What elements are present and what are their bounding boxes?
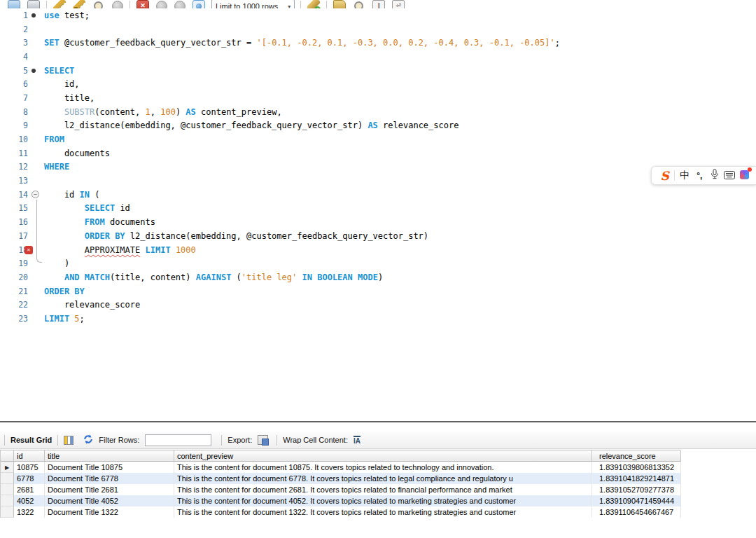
table-cell[interactable]: 4052 [14, 495, 45, 506]
table-cell[interactable]: This is the content for document 6778. I… [174, 473, 592, 484]
column-header-content_preview[interactable]: content_preview [174, 450, 592, 462]
explain-plan-icon[interactable] [92, 0, 105, 8]
table-cell[interactable]: Document Title 4052 [45, 495, 174, 506]
table-cell[interactable]: Document Title 6778 [45, 473, 174, 484]
code-line[interactable]: 6 id, [0, 77, 756, 91]
refresh-icon[interactable] [83, 434, 93, 446]
gutter-marker-area [28, 312, 44, 326]
code-text: use test; [44, 11, 90, 20]
line-number: 3 [0, 38, 28, 48]
line-number: 2 [0, 25, 28, 34]
invisible-chars-icon[interactable]: ∥ [372, 0, 385, 8]
filter-rows-input[interactable] [145, 434, 211, 446]
gutter-marker-area [28, 91, 44, 105]
find-icon[interactable] [353, 0, 365, 8]
voice-input-icon[interactable] [707, 169, 722, 182]
code-line[interactable]: 2 [0, 22, 756, 36]
table-cell[interactable]: 1.8391052709277378 [592, 484, 681, 495]
code-line[interactable]: 4 [0, 50, 756, 64]
code-line[interactable]: 16 FROM documents [0, 215, 756, 229]
table-cell[interactable]: 1.8391039806813352 [592, 462, 681, 473]
table-cell[interactable]: 1.8391106454667467 [592, 506, 681, 518]
code-line[interactable]: 10FROM [0, 132, 756, 146]
table-cell[interactable]: 1.8391090471459444 [592, 495, 681, 506]
sql-editor[interactable]: 1use test;23SET @customer_feedback_query… [0, 8, 756, 415]
soft-keyboard-icon[interactable] [722, 170, 736, 182]
table-row[interactable]: 4052Document Title 4052This is the conte… [1, 495, 680, 506]
code-line[interactable]: 18✕ APPROXIMATE LIMIT 1000 [0, 243, 756, 257]
stop-query-icon[interactable] [112, 1, 123, 8]
code-line[interactable]: 17 ORDER BY l2_distance(embedding, @cust… [0, 229, 756, 243]
code-line[interactable]: 1use test; [0, 8, 756, 22]
table-cell[interactable]: 10875 [14, 462, 45, 473]
code-text: ORDER BY l2_distance(embedding, @custome… [44, 231, 428, 241]
code-line[interactable]: 5SELECT [0, 64, 756, 78]
code-line[interactable]: 9 l2_distance(embedding, @customer_feedb… [0, 119, 756, 133]
code-line[interactable]: 13 [0, 174, 756, 188]
row-selector-cell[interactable]: ▶ [1, 462, 14, 473]
row-selector-cell[interactable] [1, 506, 14, 518]
execute-current-statement-icon[interactable] [73, 0, 85, 8]
table-cell[interactable]: This is the content for document 4052. I… [174, 495, 592, 506]
table-cell[interactable]: Document Title 10875 [45, 462, 174, 473]
column-header-relevance_score[interactable]: relevance_score [592, 450, 681, 462]
line-number: 12 [0, 162, 28, 172]
code-line[interactable]: 7 title, [0, 91, 756, 105]
new-snippet-icon[interactable] [307, 0, 320, 8]
editor-result-splitter[interactable] [0, 421, 756, 422]
column-header-id[interactable]: id [14, 450, 45, 462]
execute-script-icon[interactable] [53, 0, 66, 8]
code-line[interactable]: 21ORDER BY [0, 284, 756, 298]
result-grid-view-icon[interactable] [64, 436, 74, 445]
commit-icon[interactable] [156, 1, 167, 8]
export-icon[interactable] [258, 435, 268, 445]
gutter-marker-area [28, 256, 44, 270]
code-line[interactable]: 8 SUBSTR(content, 1, 100) AS content_pre… [0, 105, 756, 119]
table-cell[interactable]: This is the content for document 10875. … [174, 462, 592, 473]
row-selector-cell[interactable] [1, 473, 14, 484]
row-selector-cell[interactable] [1, 484, 14, 495]
table-cell[interactable]: Document Title 1322 [45, 506, 174, 518]
toolbar-separator [4, 435, 5, 446]
column-header-title[interactable]: title [45, 450, 174, 462]
code-line[interactable]: 14− id IN ( [0, 188, 756, 202]
table-cell[interactable]: 2681 [14, 484, 45, 495]
code-line[interactable]: 19 ) [0, 256, 756, 270]
wrap-text-icon[interactable]: ⏎ [392, 0, 405, 8]
code-line[interactable]: 23LIMIT 5; [0, 312, 756, 326]
code-text: FROM documents [44, 217, 155, 227]
table-cell[interactable]: 1.8391041829214871 [592, 473, 681, 484]
table-row[interactable]: 6778Document Title 6778This is the conte… [1, 473, 680, 484]
table-cell[interactable]: Document Title 2681 [45, 484, 174, 495]
fold-toggle-icon[interactable]: − [31, 191, 39, 198]
code-line[interactable]: 11 documents [0, 146, 756, 160]
chinese-mode-toggle[interactable]: 中 [677, 170, 692, 182]
save-script-icon[interactable] [27, 0, 40, 8]
toolbox-icon[interactable] [737, 170, 752, 182]
table-cell[interactable]: 1322 [14, 506, 45, 518]
toggle-stop-on-error-icon[interactable] [136, 0, 149, 8]
limit-rows-dropdown[interactable]: Limit to 1000 rows▾ [211, 0, 295, 8]
sql-editor-toolbar: Limit to 1000 rows▾∥⏎ [0, 0, 756, 8]
rollback-icon[interactable] [174, 1, 186, 8]
line-number: 22 [0, 300, 28, 310]
punctuation-mode-toggle[interactable]: °, [692, 171, 707, 181]
table-row[interactable]: 2681Document Title 2681This is the conte… [1, 484, 680, 495]
sogou-logo-icon[interactable]: S [657, 169, 672, 183]
table-cell[interactable]: This is the content for document 1322. I… [174, 506, 592, 518]
toggle-autocommit-icon[interactable] [192, 0, 205, 8]
table-row[interactable]: ▶10875Document Title 10875This is the co… [1, 462, 680, 473]
code-line[interactable]: 12WHERE [0, 160, 756, 174]
open-script-icon[interactable] [8, 0, 20, 8]
row-selector-cell[interactable] [1, 495, 14, 506]
table-cell[interactable]: 6778 [14, 473, 45, 484]
beautify-script-icon[interactable] [333, 0, 346, 8]
table-cell[interactable]: This is the content for document 2681. I… [174, 484, 592, 495]
code-line[interactable]: 15 SELECT id [0, 202, 756, 216]
code-line[interactable]: 22 relevance_score [0, 298, 756, 312]
row-selector-header [1, 450, 14, 462]
code-line[interactable]: 20 AND MATCH(title, content) AGAINST ('t… [0, 270, 756, 284]
wrap-cell-content-icon[interactable]: IA [354, 436, 360, 445]
code-line[interactable]: 3SET @customer_feedback_query_vector_str… [0, 36, 756, 50]
table-row[interactable]: 1322Document Title 1322This is the conte… [1, 506, 680, 518]
